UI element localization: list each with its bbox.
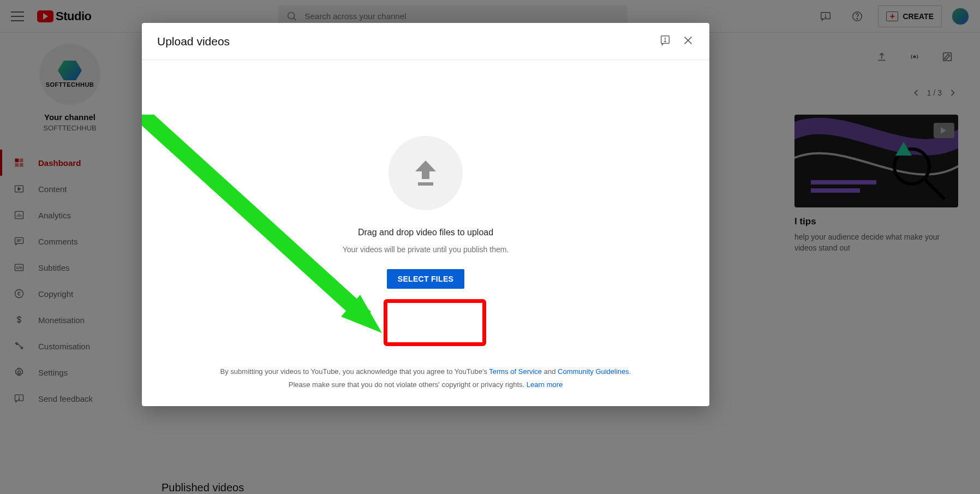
report-icon[interactable]: [659, 34, 671, 49]
drag-subtitle: Your videos will be private until you pu…: [343, 245, 509, 254]
learn-more-link[interactable]: Learn more: [527, 380, 563, 389]
drag-title: Drag and drop video files to upload: [358, 228, 493, 237]
terms-link[interactable]: Terms of Service: [489, 367, 542, 376]
svg-marker-49: [341, 295, 382, 333]
svg-line-48: [142, 115, 366, 318]
upload-drop-zone[interactable]: [389, 136, 463, 210]
select-files-button[interactable]: SELECT FILES: [387, 269, 464, 289]
upload-arrow-icon: [412, 158, 439, 188]
modal-title: Upload videos: [157, 35, 230, 48]
svg-marker-46: [415, 160, 436, 179]
svg-rect-47: [418, 182, 433, 186]
close-icon[interactable]: [682, 34, 694, 49]
svg-point-43: [665, 40, 666, 41]
guidelines-link[interactable]: Community Guidelines: [558, 367, 629, 376]
upload-modal: Upload videos Drag and drop video files …: [142, 23, 709, 406]
legal-text: By submitting your videos to YouTube, yo…: [142, 365, 709, 406]
annotation-highlight-box: [384, 299, 486, 346]
